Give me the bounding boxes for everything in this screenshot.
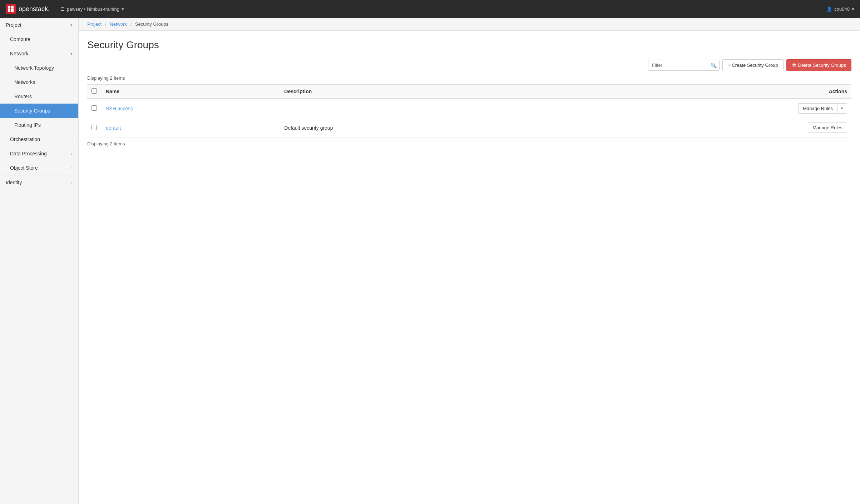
user-chevron-icon: ▾ <box>852 6 854 12</box>
sidebar-item-routers[interactable]: Routers <box>0 89 78 104</box>
data-processing-expand-icon: › <box>71 151 73 156</box>
user-icon: 👤 <box>826 6 832 12</box>
table-header: Name Description Actions <box>87 85 851 99</box>
sidebar-identity-label: Identity <box>6 180 22 185</box>
row-checkbox[interactable] <box>92 105 97 111</box>
navbar-left: openstack. ☰ pawsey • Nimbus-training ▾ <box>6 4 124 14</box>
main-content: Project / Network / Security Groups Secu… <box>79 18 860 504</box>
sidebar-item-networks[interactable]: Networks <box>0 75 78 89</box>
sidebar-security-groups-label: Security Groups <box>14 108 50 114</box>
svg-rect-1 <box>11 6 14 9</box>
display-count-top: Displaying 2 items <box>87 75 851 81</box>
display-count-bottom: Displaying 2 items <box>87 141 851 146</box>
delete-icon: 🗑 <box>792 63 796 68</box>
user-label: cou040 <box>834 6 850 12</box>
header-checkbox-col <box>87 85 102 99</box>
row-description <box>280 99 565 118</box>
sidebar-item-data-processing[interactable]: Data Processing › <box>0 146 78 161</box>
sidebar-item-project[interactable]: Project ▾ <box>0 18 78 32</box>
svg-rect-3 <box>11 9 14 12</box>
select-all-checkbox[interactable] <box>92 88 97 94</box>
sidebar: Project ▾ Compute › Network ▾ Network To… <box>0 18 79 504</box>
filter-input[interactable] <box>648 60 720 71</box>
row-checkbox[interactable] <box>92 125 97 130</box>
create-label: + Create Security Group <box>728 63 778 68</box>
navbar: openstack. ☰ pawsey • Nimbus-training ▾ … <box>0 0 860 18</box>
breadcrumb-project[interactable]: Project <box>87 21 102 27</box>
table-wrap: Displaying 2 items Name Description <box>79 75 860 146</box>
sidebar-routers-label: Routers <box>14 94 32 99</box>
page-title: Security Groups <box>87 39 851 51</box>
orchestration-expand-icon: › <box>71 137 73 141</box>
sidebar-floating-ips-label: Floating IPs <box>14 122 41 128</box>
sidebar-project-label: Project <box>6 22 21 28</box>
sidebar-compute-label: Compute <box>10 36 30 42</box>
table-body: SSH access Manage Rules ▾ <box>87 99 851 138</box>
row-actions: Manage Rules ▾ <box>565 99 851 118</box>
layout: Project ▾ Compute › Network ▾ Network To… <box>0 18 860 504</box>
logo-icon <box>6 4 16 14</box>
sidebar-networks-label: Networks <box>14 79 35 85</box>
manage-rules-group: Manage Rules ▾ <box>569 103 847 114</box>
navbar-user[interactable]: 👤 cou040 ▾ <box>826 6 854 12</box>
sidebar-network-topology-label: Network Topology <box>14 65 54 71</box>
sidebar-data-processing-label: Data Processing <box>10 151 47 156</box>
header-actions: Actions <box>565 85 851 99</box>
row-name-link[interactable]: default <box>106 125 121 131</box>
sidebar-object-store-label: Object Store <box>10 165 38 171</box>
header-description: Description <box>280 85 565 99</box>
row-checkbox-cell <box>87 99 102 118</box>
sidebar-network-label: Network <box>10 51 28 56</box>
header-name: Name <box>102 85 280 99</box>
sidebar-item-network-topology[interactable]: Network Topology <box>0 61 78 75</box>
sidebar-item-floating-ips[interactable]: Floating IPs <box>0 118 78 132</box>
network-expand-icon: ▾ <box>70 51 73 56</box>
project-chevron-icon: ▾ <box>122 6 124 12</box>
security-groups-table: Name Description Actions <box>87 84 851 138</box>
breadcrumb-network[interactable]: Network <box>110 21 127 27</box>
breadcrumb-sep-2: / <box>130 21 132 27</box>
page-header: Security Groups <box>79 31 860 56</box>
svg-rect-2 <box>8 9 10 12</box>
row-name: SSH access <box>102 99 280 118</box>
row-name-link[interactable]: SSH access <box>106 106 133 111</box>
object-store-expand-icon: › <box>71 166 73 170</box>
project-label: pawsey • Nimbus-training <box>67 6 119 12</box>
row-actions: Manage Rules <box>565 118 851 138</box>
breadcrumb-sep-1: / <box>105 21 107 27</box>
sidebar-item-security-groups[interactable]: Security Groups <box>0 104 78 118</box>
manage-rules-button[interactable]: Manage Rules <box>798 103 837 114</box>
project-expand-icon: ▾ <box>70 23 73 28</box>
create-security-group-button[interactable]: + Create Security Group <box>722 59 784 71</box>
row-checkbox-cell <box>87 118 102 138</box>
compute-expand-icon: › <box>71 37 73 41</box>
project-icon: ☰ <box>60 6 65 12</box>
manage-rules-dropdown-button[interactable]: ▾ <box>837 103 847 114</box>
breadcrumb: Project / Network / Security Groups <box>79 18 860 31</box>
sidebar-item-network[interactable]: Network ▾ <box>0 46 78 61</box>
row-name: default <box>102 118 280 138</box>
sidebar-orchestration-label: Orchestration <box>10 136 40 142</box>
row-description: Default security group <box>280 118 565 138</box>
filter-wrap: 🔍 <box>648 60 720 71</box>
navbar-project[interactable]: ☰ pawsey • Nimbus-training ▾ <box>60 6 124 12</box>
table-row: default Default security group Manage Ru… <box>87 118 851 138</box>
sidebar-item-orchestration[interactable]: Orchestration › <box>0 132 78 146</box>
table-row: SSH access Manage Rules ▾ <box>87 99 851 118</box>
openstack-logo[interactable]: openstack. <box>6 4 50 14</box>
sidebar-section-identity: Identity › <box>0 175 78 190</box>
identity-expand-icon: › <box>71 180 73 185</box>
sidebar-section-project: Project ▾ Compute › Network ▾ Network To… <box>0 18 78 175</box>
sidebar-item-compute[interactable]: Compute › <box>0 32 78 46</box>
sidebar-item-identity[interactable]: Identity › <box>0 175 78 190</box>
delete-label: Delete Security Groups <box>798 63 846 68</box>
sidebar-item-object-store[interactable]: Object Store › <box>0 161 78 175</box>
breadcrumb-current: Security Groups <box>135 21 168 27</box>
delete-security-groups-button[interactable]: 🗑 Delete Security Groups <box>786 59 851 71</box>
logo-text: openstack. <box>19 5 50 13</box>
manage-rules-button-default[interactable]: Manage Rules <box>808 123 847 133</box>
actions-bar: 🔍 + Create Security Group 🗑 Delete Secur… <box>79 56 860 75</box>
svg-rect-0 <box>8 6 10 9</box>
